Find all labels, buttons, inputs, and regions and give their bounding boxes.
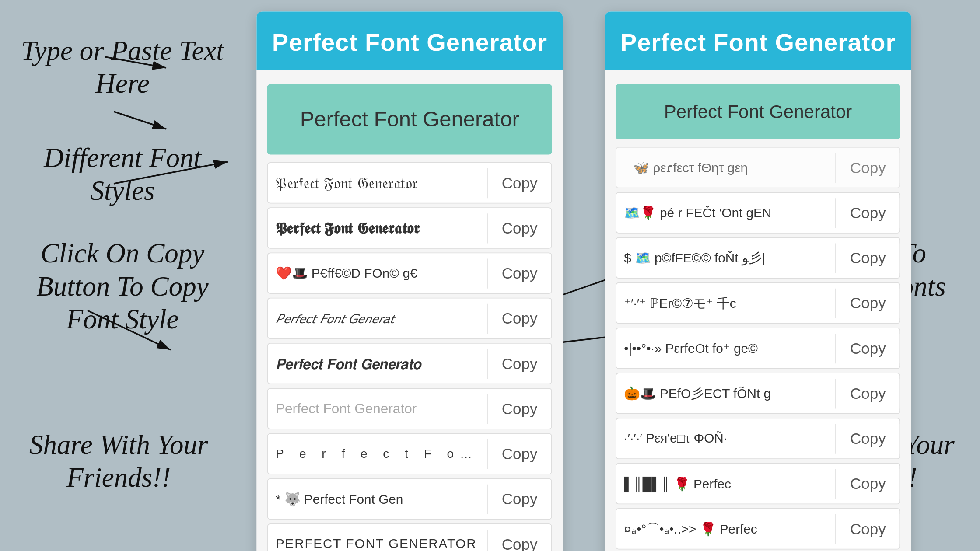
table-row: ▌║█▌║ 🌹 Perfec Copy (616, 463, 900, 505)
table-row: ·′·′·′ Pεя'e□τ ΦOÑ· Copy (616, 418, 900, 460)
left-phone-panel: Perfect Font Generator Perfect Font Gene… (256, 11, 563, 551)
font-text: 𝙋𝙚𝙧𝙛𝙚𝙘𝙩 𝙁𝙤𝙣𝙩 𝙂𝙚𝙣𝙚𝙧𝙖𝙩𝙤 (268, 349, 487, 378)
copy-button[interactable]: Copy (487, 349, 551, 378)
table-row: * 🐺 Perfect Font Gen Copy (267, 478, 552, 520)
right-panel-header: Perfect Font Generator (605, 11, 911, 70)
table-row: ⁺′·′⁺ ℙEr©⑦モ⁺ 千c Copy (616, 282, 900, 324)
copy-button[interactable]: Copy (836, 378, 900, 408)
copy-button[interactable]: Copy (836, 288, 900, 318)
annotation-type-paste: Type or Paste Text Here (15, 35, 230, 101)
copy-button[interactable]: Copy (836, 153, 900, 182)
left-panel-input[interactable]: Perfect Font Generator (267, 84, 552, 155)
copy-button[interactable]: Copy (487, 394, 551, 423)
annotation-share-left: Share With Your Friends!! (27, 429, 210, 495)
copy-button[interactable]: Copy (487, 213, 551, 243)
copy-button[interactable]: Copy (836, 198, 900, 227)
annotation-click-copy: Click On Copy Button To Copy Font Style (15, 237, 230, 337)
copy-button[interactable]: Copy (487, 484, 551, 514)
font-text: $ 🗺️ p©fFE©© foŇt ﻮ彡| (616, 243, 836, 273)
copy-button[interactable]: Copy (487, 168, 551, 198)
font-text: ⁺′·′⁺ ℙEr©⑦モ⁺ 千c (616, 288, 836, 318)
font-text: 🎃🎩 PEfO彡ECT fÕNt g (616, 378, 836, 408)
font-text: * 🐺 Perfect Font Gen (268, 485, 487, 513)
copy-button[interactable]: Copy (836, 514, 900, 544)
left-panel-header: Perfect Font Generator (256, 11, 563, 70)
table-row: 𝕻𝖊𝖗𝖋𝖊𝖈𝖙 𝕱𝖔𝖓𝖙 𝕲𝖊𝖓𝖊𝖗𝖆𝖙𝖔𝖗 Copy (267, 207, 552, 249)
table-row: 🎃🎩 PEfO彡ECT fÕNt g Copy (616, 373, 900, 414)
copy-button[interactable]: Copy (487, 439, 551, 469)
table-row: ❤️🎩 P€ff€©D FOn© g€ Copy (267, 253, 552, 294)
font-text: 𝕻𝖊𝖗𝖋𝖊𝖈𝖙 𝕱𝖔𝖓𝖙 𝕲𝖊𝖓𝖊𝖗𝖆𝖙𝖔𝖗 (268, 213, 487, 243)
font-text: ·′·′·′ Pεя'e□τ ΦOÑ· (616, 425, 836, 452)
copy-button[interactable]: Copy (836, 424, 900, 453)
font-text: ❤️🎩 P€ff€©D FOn© g€ (268, 259, 487, 287)
table-row: •|••°•·» PεrfeOt fo⁺ ge© Copy (616, 328, 900, 369)
font-text: PERFECT FONT GENERATOR (268, 530, 487, 551)
right-phone-panel: Perfect Font Generator Perfect Font Gene… (605, 11, 911, 551)
font-text: 𝔓𝔢𝔯𝔣𝔢𝔠𝔱 𝔉𝔬𝔫𝔱 𝔊𝔢𝔫𝔢𝔯𝔞𝔱𝔬𝔯 (268, 168, 487, 198)
font-text: ▌║█▌║ 🌹 Perfec (616, 470, 836, 498)
table-row: ¤ₐ•°⌒•ₐ•..>> 🌹 Perfec Copy (616, 508, 900, 550)
table-row: ⠀🦋 ρεɾfεcτ fΘητ gεη Copy (616, 147, 900, 188)
font-text: 🗺️🌹 pé r FEČt 'Ont gEN (616, 199, 836, 227)
table-row: 𝔓𝔢𝔯𝔣𝔢𝔠𝔱 𝔉𝔬𝔫𝔱 𝔊𝔢𝔫𝔢𝔯𝔞𝔱𝔬𝔯 Copy (267, 162, 552, 204)
font-text: •|••°•·» PεrfeOt fo⁺ ge© (616, 334, 836, 363)
font-text: Perfect Font Generator (268, 394, 487, 423)
copy-button[interactable]: Copy (836, 469, 900, 499)
table-row: 🗺️🌹 pé r FEČt 'Ont gEN Copy (616, 192, 900, 234)
font-text: P e r f e c t F o n t (268, 441, 487, 467)
annotation-different-fonts: Different Font Styles (15, 142, 230, 208)
copy-button[interactable]: Copy (836, 333, 900, 363)
table-row: 𝙋𝙚𝙧𝙛𝙚𝙘𝙩 𝙁𝙤𝙣𝙩 𝙂𝙚𝙣𝙚𝙧𝙖𝙩𝙤 Copy (267, 343, 552, 384)
table-row: $ 🗺️ p©fFE©© foŇt ﻮ彡| Copy (616, 237, 900, 279)
font-text: ¤ₐ•°⌒•ₐ•..>> 🌹 Perfec (616, 514, 836, 544)
copy-button[interactable]: Copy (487, 529, 551, 551)
copy-button[interactable]: Copy (836, 243, 900, 273)
copy-button[interactable]: Copy (487, 303, 551, 333)
table-row: P e r f e c t F o n t Copy (267, 433, 552, 475)
copy-button[interactable]: Copy (487, 258, 551, 288)
font-text: ⠀🦋 ρεɾfεcτ fΘητ gεη (616, 153, 836, 182)
font-text: 𝘗𝘦𝘳𝘧𝘦𝘤𝘵 𝘍𝘰𝘯𝘵 𝘎𝘦𝘯𝘦𝘳𝘢𝘵 (268, 304, 487, 333)
svg-line-1 (114, 112, 166, 129)
table-row: 𝘗𝘦𝘳𝘧𝘦𝘤𝘵 𝘍𝘰𝘯𝘵 𝘎𝘦𝘯𝘦𝘳𝘢𝘵 Copy (267, 298, 552, 339)
right-panel-input[interactable]: Perfect Font Generator (616, 84, 900, 139)
table-row: PERFECT FONT GENERATOR Copy (267, 523, 552, 551)
table-row: Perfect Font Generator Copy (267, 388, 552, 429)
